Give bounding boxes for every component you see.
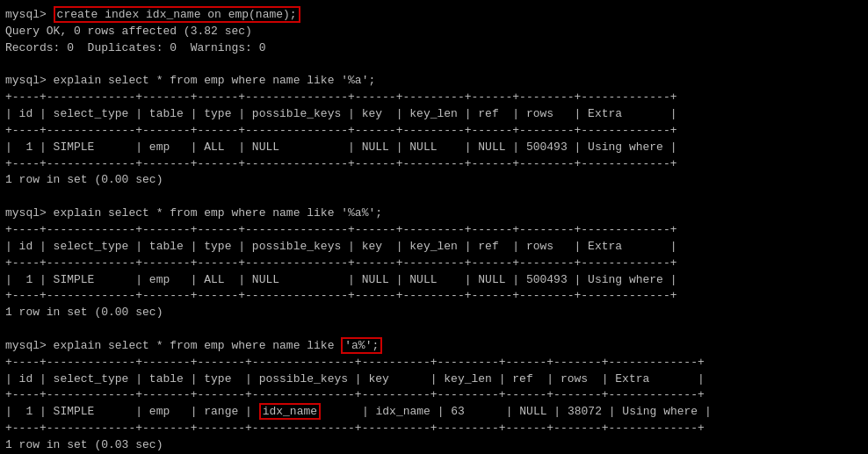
header-3: | id | select_type | table | type | poss… (5, 371, 863, 388)
prompt-3: mysql> (5, 206, 54, 220)
terminal: mysql> create index idx_name on emp(name… (5, 7, 863, 454)
command-line-3: mysql> explain select * from emp where n… (5, 205, 863, 222)
sep-4: +----+-------------+-------+------+-----… (5, 222, 863, 239)
data-row-3: | 1 | SIMPLE | emp | range | idx_name | … (5, 404, 863, 421)
data-row-2: | 1 | SIMPLE | emp | ALL | NULL | NULL |… (5, 272, 863, 289)
prompt-4: mysql> (5, 339, 54, 352)
blank-3 (5, 321, 863, 338)
header-1: | id | select_type | table | type | poss… (5, 106, 863, 123)
command-line-4: mysql> explain select * from emp where n… (5, 338, 863, 355)
prompt-2: mysql> (5, 74, 54, 87)
query-ok-1: Query OK, 0 rows affected (3.82 sec) (5, 24, 863, 40)
records-1: Records: 0 Duplicates: 0 Warnings: 0 (5, 40, 863, 57)
rowcount-1: 1 row in set (0.00 sec) (5, 172, 863, 189)
sep-7: +----+-------------+-------+-------+----… (5, 355, 863, 371)
sep-1: +----+-------------+-------+------+-----… (5, 90, 863, 106)
blank-1 (5, 57, 863, 74)
sep-8: +----+-------------+-------+-------+----… (5, 387, 863, 404)
command-line-1: mysql> create index idx_name on emp(name… (5, 7, 863, 24)
sep-5: +----+-------------+-------+------+-----… (5, 256, 863, 272)
blank-2 (5, 189, 863, 205)
sep-3: +----+-------------+-------+------+-----… (5, 156, 863, 173)
data-row-1: | 1 | SIMPLE | emp | ALL | NULL | NULL |… (5, 140, 863, 156)
sep-9: +----+-------------+-------+-------+----… (5, 421, 863, 437)
command-line-2: mysql> explain select * from emp where n… (5, 73, 863, 90)
sep-2: +----+-------------+-------+------+-----… (5, 123, 863, 140)
create-index-cmd: create index idx_name on emp(name); (54, 6, 300, 23)
prompt-1: mysql> (5, 8, 54, 21)
idx-name-highlight: idx_name (259, 403, 321, 420)
sep-6: +----+-------------+-------+------+-----… (5, 288, 863, 305)
header-2: | id | select_type | table | type | poss… (5, 239, 863, 256)
like-pattern-highlight: 'a%'; (341, 337, 382, 354)
rowcount-2: 1 row in set (0.00 sec) (5, 305, 863, 321)
rowcount-3: 1 row in set (0.03 sec) (5, 437, 863, 454)
